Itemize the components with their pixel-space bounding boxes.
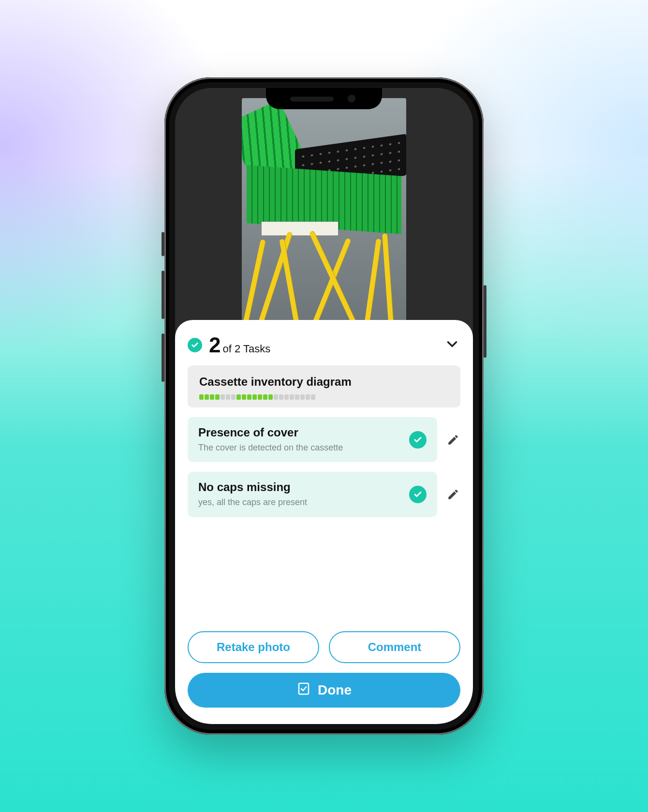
retake-label: Retake photo xyxy=(217,640,290,654)
chevron-down-icon[interactable] xyxy=(444,336,460,354)
comment-label: Comment xyxy=(368,640,422,654)
results-sheet: 2of 2 Tasks Cassette inventory diagram P… xyxy=(175,320,473,724)
check-row-1: No caps missing yes, all the caps are pr… xyxy=(188,472,460,517)
check-card-presence-of-cover[interactable]: Presence of cover The cover is detected … xyxy=(188,417,437,462)
check-icon xyxy=(188,338,202,352)
comment-button[interactable]: Comment xyxy=(329,631,460,663)
power-button xyxy=(484,285,486,358)
captured-photo[interactable] xyxy=(242,98,406,325)
progress-title: Cassette inventory diagram xyxy=(199,375,449,389)
backdrop: 2of 2 Tasks Cassette inventory diagram P… xyxy=(0,0,648,812)
volume-down-button xyxy=(162,334,164,382)
phone-frame: 2of 2 Tasks Cassette inventory diagram P… xyxy=(164,77,484,735)
done-button[interactable]: Done xyxy=(188,673,460,708)
silent-switch xyxy=(162,232,164,256)
progress-segments xyxy=(199,394,449,400)
check-icon xyxy=(409,486,427,503)
retake-photo-button[interactable]: Retake photo xyxy=(188,631,319,663)
clipboard-check-icon xyxy=(296,682,311,699)
tasks-completed-number: 2 xyxy=(209,333,221,357)
secondary-button-row: Retake photo Comment xyxy=(188,631,460,663)
done-label: Done xyxy=(318,682,352,698)
check-title: Presence of cover xyxy=(198,426,401,439)
check-description: The cover is detected on the cassette xyxy=(198,442,401,453)
progress-card[interactable]: Cassette inventory diagram xyxy=(188,365,460,407)
pencil-icon[interactable] xyxy=(446,487,460,502)
notch xyxy=(266,88,382,109)
task-count: 2of 2 Tasks xyxy=(209,334,270,356)
pencil-icon[interactable] xyxy=(446,433,460,447)
check-description: yes, all the caps are present xyxy=(198,497,401,508)
phone-screen: 2of 2 Tasks Cassette inventory diagram P… xyxy=(175,88,473,724)
volume-up-button xyxy=(162,271,164,319)
task-summary-header[interactable]: 2of 2 Tasks xyxy=(188,334,460,356)
check-row-0: Presence of cover The cover is detected … xyxy=(188,417,460,462)
captured-photo-area xyxy=(175,88,473,330)
tasks-total-label: of 2 Tasks xyxy=(222,343,270,355)
check-title: No caps missing xyxy=(198,480,401,494)
svg-rect-0 xyxy=(299,683,309,694)
check-icon xyxy=(409,431,427,449)
check-card-no-caps-missing[interactable]: No caps missing yes, all the caps are pr… xyxy=(188,472,437,517)
